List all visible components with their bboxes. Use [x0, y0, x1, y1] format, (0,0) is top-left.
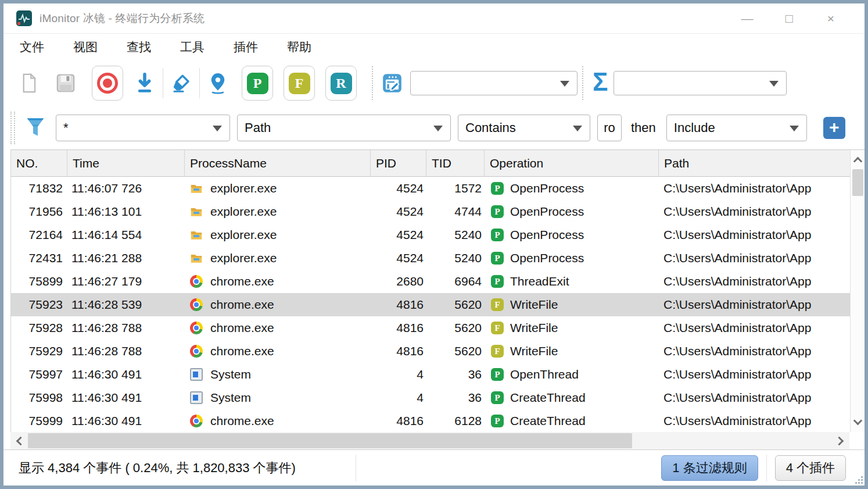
table-row[interactable]: 7592811:46:28 788chrome.exe48165620FWrit… [11, 316, 850, 340]
clear-events-button[interactable] [170, 72, 192, 94]
process-name: System [210, 367, 251, 381]
process-op-icon: P [491, 275, 504, 288]
column-header-time[interactable]: Time [67, 150, 185, 176]
toolbar-separator [163, 68, 163, 98]
cell-no: 75928 [11, 321, 67, 335]
operation-name: WriteFile [510, 321, 558, 335]
cell-operation: PThreadExit [485, 274, 659, 288]
cell-process: System [185, 367, 371, 381]
menu-item-tools[interactable]: 工具 [177, 37, 208, 58]
filter-operator-select[interactable]: Contains [458, 115, 590, 141]
chrome-icon [190, 275, 203, 288]
cell-process: chrome.exe [185, 414, 371, 428]
cell-tid: 4744 [426, 205, 485, 219]
then-label: then [631, 120, 656, 135]
menu-item-find[interactable]: 查找 [123, 37, 155, 58]
table-row[interactable]: 7599911:46:30 491chrome.exe48166128PCrea… [11, 409, 850, 432]
process-name: chrome.exe [210, 414, 274, 428]
menu-item-view[interactable]: 视图 [70, 37, 101, 58]
report-form-button[interactable] [381, 72, 403, 94]
cell-process: explorer.exe [185, 181, 371, 195]
new-file-button[interactable] [17, 72, 40, 94]
scroll-down-icon[interactable] [853, 416, 862, 426]
column-header-op[interactable]: Operation [485, 150, 659, 176]
column-header-pid[interactable]: PID [371, 150, 426, 176]
filter-action-select[interactable]: Include [666, 115, 807, 141]
cell-pid: 4 [371, 367, 426, 381]
filter-bar: * Path Contains then Include + [3, 106, 865, 149]
menu-item-help[interactable]: 帮助 [284, 37, 315, 58]
table-row[interactable]: 7243111:46:21 288explorer.exe45245240POp… [11, 247, 850, 270]
plugins-badge[interactable]: 4 个插件 [775, 455, 846, 481]
cell-time: 11:46:27 179 [67, 274, 185, 288]
scroll-up-icon[interactable] [853, 157, 862, 166]
cell-no: 72431 [11, 251, 67, 265]
table-row[interactable]: 7599711:46:30 491System436POpenThreadC:\… [11, 363, 850, 386]
operation-name: OpenProcess [510, 251, 584, 265]
file-op-icon: F [491, 322, 504, 334]
resize-grip[interactable] [855, 476, 863, 484]
table-row[interactable]: 7592911:46:28 788chrome.exe48165620FWrit… [11, 340, 850, 363]
table-row[interactable]: 7589911:46:27 179chrome.exe26806964PThre… [11, 270, 850, 293]
column-header-tid[interactable]: TID [426, 150, 485, 176]
cell-time: 11:46:28 788 [67, 321, 185, 335]
event-count-summary: 显示 4,384 个事件 ( 0.24%, 共 1,820,833 个事件) [19, 459, 347, 477]
dropdown-arrow-icon [560, 81, 569, 87]
save-button[interactable] [55, 72, 77, 94]
filter-button[interactable] [24, 117, 46, 139]
cell-no: 75899 [11, 274, 67, 288]
table-row[interactable]: 7592311:46:28 539chrome.exe48165620FWrit… [11, 293, 850, 316]
summary-select[interactable] [614, 71, 787, 95]
report-select[interactable] [410, 71, 578, 95]
cell-operation: POpenProcess [485, 181, 659, 195]
filter-scope-select[interactable]: * [56, 115, 230, 141]
filter-keyword-input[interactable] [597, 115, 622, 141]
scroll-right-icon[interactable] [835, 436, 844, 445]
cell-no: 75997 [11, 367, 67, 381]
cell-path: C:\Users\Administrator\App [659, 321, 850, 335]
download-icon [135, 73, 155, 94]
column-header-no[interactable]: NO. [11, 150, 67, 176]
table-row[interactable]: 7599811:46:30 491System436PCreateThreadC… [11, 386, 850, 409]
table-header: NO.TimeProcessNamePIDTIDOperationPath [11, 150, 850, 177]
cell-time: 11:46:30 491 [67, 414, 185, 428]
add-filter-button[interactable]: + [823, 117, 845, 139]
cell-operation: POpenThread [485, 367, 659, 381]
table-row[interactable]: 7195611:46:13 101explorer.exe45244744POp… [11, 200, 850, 223]
cell-no: 71956 [11, 205, 67, 219]
cell-path: C:\Users\Administrator\App [659, 228, 850, 242]
funnel-icon [24, 116, 46, 140]
vertical-scrollbar[interactable] [850, 149, 865, 432]
table-row[interactable]: 7183211:46:07 726explorer.exe45241572POp… [11, 177, 850, 200]
toolbar-group-separator [582, 66, 583, 100]
file-events-toggle[interactable]: F [284, 66, 315, 101]
minimize-button[interactable]: — [726, 7, 768, 30]
cell-tid: 5620 [426, 298, 485, 312]
load-events-button[interactable] [134, 72, 156, 94]
summary-sigma-icon[interactable]: Σ [593, 69, 608, 95]
maximize-button[interactable]: □ [768, 7, 810, 30]
cell-time: 11:46:28 788 [67, 344, 185, 358]
vertical-scroll-thumb[interactable] [852, 169, 863, 196]
process-op-icon: P [491, 252, 504, 265]
menu-item-file[interactable]: 文件 [16, 37, 48, 58]
cell-tid: 36 [426, 367, 485, 381]
process-name: System [210, 391, 251, 405]
locate-event-button[interactable] [207, 72, 229, 94]
cell-operation: FWriteFile [485, 321, 659, 335]
column-header-path[interactable]: Path [659, 150, 850, 176]
table-row[interactable]: 7216411:46:14 554explorer.exe45245240POp… [11, 223, 850, 247]
process-events-toggle[interactable]: P [242, 66, 273, 101]
record-toggle-button[interactable] [92, 66, 123, 101]
system-icon [190, 391, 203, 404]
horizontal-scrollbar[interactable] [10, 432, 849, 449]
filter-field-select[interactable]: Path [237, 115, 451, 141]
horizontal-scroll-thumb[interactable] [28, 433, 632, 448]
column-header-process[interactable]: ProcessName [185, 150, 371, 176]
menu-item-plugins[interactable]: 插件 [230, 37, 261, 58]
cell-process: chrome.exe [185, 298, 371, 312]
registry-events-toggle[interactable]: R [325, 66, 357, 101]
close-button[interactable]: × [810, 7, 852, 30]
scroll-left-icon[interactable] [16, 436, 26, 445]
filter-rules-badge[interactable]: 1 条过滤规则 [661, 455, 758, 481]
